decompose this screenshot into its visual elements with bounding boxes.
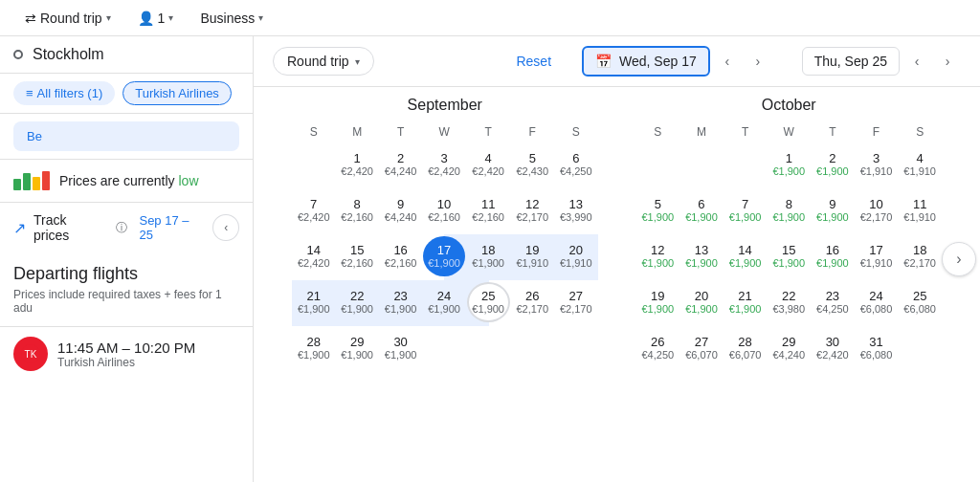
calendar-next-button[interactable]: ›	[942, 242, 976, 276]
table-row[interactable]: 18€1,900	[466, 234, 511, 280]
table-row[interactable]: 15€2,160	[335, 234, 378, 280]
day-number: 14	[738, 243, 751, 258]
table-row[interactable]: 23€4,250	[811, 280, 855, 326]
table-row[interactable]: 13€1,900	[679, 234, 724, 280]
table-row[interactable]: 12€2,170	[511, 188, 554, 234]
table-row[interactable]: 3€1,910	[855, 142, 899, 188]
airline-filter-button[interactable]: Turkish Airlines	[122, 81, 232, 105]
day-price: €2,420	[428, 165, 460, 178]
trip-type-button[interactable]: ⇄ Round trip ▾	[15, 7, 121, 30]
table-row[interactable]: 19€1,900	[636, 280, 680, 326]
table-row[interactable]: 25€1,900	[466, 280, 511, 326]
table-row[interactable]: 20€1,910	[554, 234, 598, 280]
passengers-button[interactable]: 👤 1 ▾	[128, 7, 184, 30]
date-from-box[interactable]: 📅 Wed, Sep 17	[582, 46, 710, 77]
table-row[interactable]: 3€2,420	[422, 142, 465, 188]
day-header-W: W	[767, 121, 811, 142]
date-to-prev-button[interactable]: ‹	[903, 48, 930, 75]
table-row[interactable]: 5€1,900	[636, 188, 680, 234]
day-price: €1,910	[903, 211, 936, 224]
bar-green-2	[23, 173, 31, 190]
table-row[interactable]: 21€1,900	[724, 280, 768, 326]
table-row[interactable]: 25€6,080	[898, 280, 942, 326]
table-row[interactable]: 14€1,900	[724, 234, 768, 280]
day-header-T: T	[466, 121, 511, 142]
day-price: €3,980	[772, 303, 805, 316]
table-row[interactable]: 26€2,170	[511, 280, 554, 326]
table-row[interactable]: 17€1,910	[855, 234, 899, 280]
table-row[interactable]: 22€1,900	[335, 280, 378, 326]
table-row[interactable]: 22€3,980	[767, 280, 811, 326]
table-row[interactable]: 24€1,900	[422, 280, 465, 326]
table-row[interactable]: 7€2,420	[292, 188, 335, 234]
table-row[interactable]: 7€1,900	[724, 188, 768, 234]
table-row[interactable]: 23€1,900	[379, 280, 422, 326]
day-price: €2,420	[298, 211, 330, 224]
day-number: 6	[698, 197, 704, 212]
table-row[interactable]: 16€1,900	[811, 234, 855, 280]
day-number: 10	[869, 197, 882, 212]
table-row[interactable]: 9€4,240	[379, 188, 422, 234]
table-row[interactable]: 21€1,900	[292, 280, 335, 326]
date-from-prev-button[interactable]: ‹	[714, 48, 741, 75]
table-row[interactable]: 15€1,900	[767, 234, 811, 280]
date-to-box[interactable]: Thu, Sep 25	[802, 47, 900, 76]
reset-button[interactable]: Reset	[516, 54, 551, 69]
bar-green-1	[13, 179, 21, 190]
table-row[interactable]: 20€1,900	[679, 280, 724, 326]
table-row[interactable]: 19€1,910	[511, 234, 554, 280]
calendar-overlay: Round trip ▾ Reset 📅 Wed, Sep 17 ‹ › Thu…	[254, 36, 980, 482]
table-row[interactable]: 11€2,160	[466, 188, 511, 234]
table-row[interactable]: 31€6,080	[855, 326, 899, 372]
table-row[interactable]: 29€1,900	[335, 326, 378, 372]
date-to-next-button[interactable]: ›	[934, 48, 961, 75]
table-row[interactable]: 9€1,900	[811, 188, 855, 234]
table-row[interactable]: 16€2,160	[379, 234, 422, 280]
table-row[interactable]: 28€1,900	[292, 326, 335, 372]
day-number: 17	[869, 243, 882, 258]
table-row[interactable]: 29€4,240	[767, 326, 811, 372]
table-row[interactable]: 12€1,900	[636, 234, 680, 280]
date-from-next-button[interactable]: ›	[745, 48, 771, 75]
roundtrip-dropdown-button[interactable]: Round trip ▾	[273, 47, 374, 76]
class-button[interactable]: Business ▾	[190, 7, 273, 30]
flight-row[interactable]: TK 11:45 AM – 10:20 PM Turkish Airlines	[0, 326, 253, 381]
search-input[interactable]	[33, 46, 239, 63]
table-row[interactable]: 11€1,910	[898, 188, 942, 234]
table-row[interactable]: 14€2,420	[292, 234, 335, 280]
table-row[interactable]: 30€2,420	[811, 326, 855, 372]
table-row[interactable]: 5€2,430	[511, 142, 554, 188]
day-price: €1,910	[516, 257, 548, 270]
table-row[interactable]: 17€1,900	[422, 234, 465, 280]
table-row[interactable]: 10€2,160	[422, 188, 465, 234]
table-row[interactable]: 6€4,250	[554, 142, 598, 188]
search-row	[0, 36, 253, 74]
day-number: 26	[525, 289, 539, 304]
table-row[interactable]: 2€1,900	[811, 142, 855, 188]
table-row[interactable]: 1€1,900	[767, 142, 811, 188]
table-row[interactable]: 8€2,160	[335, 188, 378, 234]
table-row[interactable]: 10€2,170	[855, 188, 899, 234]
track-info-icon[interactable]: ⓘ	[116, 220, 127, 236]
table-row[interactable]: 13€3,990	[554, 188, 598, 234]
table-row[interactable]: 2€4,240	[379, 142, 422, 188]
collapse-button[interactable]: ‹	[212, 214, 239, 241]
table-row[interactable]: 27€2,170	[554, 280, 598, 326]
table-row[interactable]: 4€1,910	[898, 142, 942, 188]
table-row[interactable]: 6€1,900	[679, 188, 724, 234]
table-row[interactable]: 1€2,420	[335, 142, 378, 188]
table-row[interactable]: 18€2,170	[898, 234, 942, 280]
table-row[interactable]: 27€6,070	[679, 326, 724, 372]
table-row[interactable]: 4€2,420	[466, 142, 511, 188]
table-row[interactable]: 24€6,080	[855, 280, 899, 326]
day-number: 9	[829, 197, 835, 212]
day-price: €1,900	[772, 211, 805, 224]
table-row[interactable]: 8€1,900	[767, 188, 811, 234]
day-number: 27	[695, 335, 708, 350]
day-price: €2,430	[516, 165, 548, 178]
table-row[interactable]: 26€4,250	[636, 326, 680, 372]
table-row[interactable]: 30€1,900	[379, 326, 422, 372]
table-row	[422, 326, 465, 372]
table-row[interactable]: 28€6,070	[724, 326, 768, 372]
all-filters-button[interactable]: ≡ All filters (1)	[13, 81, 115, 105]
